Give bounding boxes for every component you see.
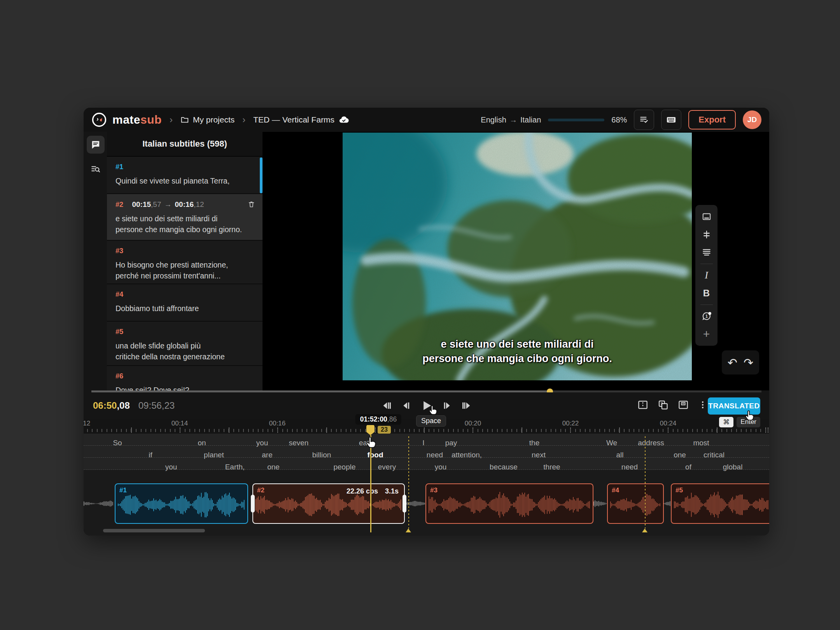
- word-row-1: So on you seven eats I pay the We addres…: [84, 434, 769, 446]
- subtitle-block-2-selected[interactable]: #2 22.26 cps3.1s: [252, 483, 405, 524]
- subtitle-text[interactable]: Ho bisogno che presti attenzione,perché …: [116, 260, 255, 281]
- current-time: 06:50,08: [93, 400, 130, 411]
- frame-forward-icon: [442, 400, 453, 411]
- video-player[interactable]: e siete uno dei sette miliardi di person…: [343, 133, 692, 380]
- untimed-audio-wave: [84, 499, 114, 508]
- playhead-line[interactable]: [370, 435, 371, 532]
- left-rail: [84, 132, 107, 390]
- step-forward-button[interactable]: [442, 400, 453, 411]
- block-number: #2: [257, 486, 264, 494]
- subtitle-item-2-selected[interactable]: #2 00:15,57→00:16,12 e siete uno dei set…: [107, 194, 262, 240]
- merge-icon: [677, 399, 689, 411]
- step-back-button[interactable]: [401, 400, 411, 411]
- subtitle-block-4[interactable]: #4: [607, 483, 664, 524]
- review-list-button[interactable]: [634, 110, 654, 130]
- subtitle-text[interactable]: una delle sfide globali piùcritiche dell…: [116, 341, 255, 362]
- untimed-audio-wave: [593, 499, 607, 508]
- speaker-tag-button[interactable]: 1: [699, 308, 714, 324]
- add-style-button[interactable]: +: [699, 326, 714, 342]
- word: global: [723, 463, 743, 471]
- untimed-audio-wave: [664, 499, 671, 508]
- keyboard-icon: [666, 114, 677, 125]
- subtitle-item-6[interactable]: #6 Dove sei!? Dove sei!?: [107, 366, 262, 390]
- vertical-align-button[interactable]: [699, 227, 714, 242]
- split-icon: [637, 399, 649, 411]
- subtitle-text[interactable]: Dobbiamo tutti affrontare: [116, 303, 255, 314]
- subtitle-boundary-marker[interactable]: [408, 436, 409, 528]
- align-vertical-icon: [702, 229, 712, 240]
- block-number: #4: [612, 486, 619, 494]
- playhead-frame-badge: 23: [378, 426, 391, 434]
- subtitle-item-3[interactable]: #3 Ho bisogno che presti attenzione,perc…: [107, 241, 262, 284]
- breadcrumb-chevron: ›: [170, 114, 173, 125]
- duplicate-icon: [657, 399, 669, 411]
- waveform: [429, 490, 590, 520]
- search-subtitles-tab[interactable]: [87, 160, 105, 178]
- subtitle-item-4[interactable]: #4 Dobbiamo tutti affrontare: [107, 284, 262, 321]
- merge-subtitle-button[interactable]: [677, 399, 689, 412]
- breadcrumb-project-title[interactable]: TED — Vertical Farms: [253, 114, 349, 125]
- subtitle-style-toolbar: I B 1 +: [695, 205, 718, 346]
- subtitle-item-1[interactable]: #1 Quindi se vivete sul pianeta Terra,: [107, 157, 262, 193]
- boundary-triangle: [642, 528, 648, 532]
- ruler-label: 00:14: [172, 420, 188, 427]
- export-button[interactable]: Export: [688, 110, 736, 130]
- duplicate-subtitle-button[interactable]: [657, 399, 669, 412]
- subtitle-text[interactable]: Quindi se vivete sul pianeta Terra,: [116, 176, 255, 187]
- subtitle-text[interactable]: e siete uno dei sette miliardi dipersone…: [116, 214, 255, 235]
- more-options-button[interactable]: [698, 400, 708, 411]
- subtitle-timing[interactable]: 00:15,57→00:16,12: [132, 200, 204, 208]
- undo-button[interactable]: ↶: [728, 356, 737, 369]
- timeline-scrollbar[interactable]: [103, 529, 205, 532]
- play-button[interactable]: [420, 399, 433, 412]
- breadcrumb-my-projects[interactable]: My projects: [180, 115, 234, 124]
- previous-subtitle-button[interactable]: [381, 400, 392, 411]
- cloud-saved-icon: [338, 114, 349, 125]
- desktop: matesub › My projects › TED — Vertical F…: [0, 0, 840, 630]
- subtitle-boundary-marker[interactable]: [645, 436, 646, 528]
- play-icon: [420, 399, 433, 412]
- subtitle-number: #1: [116, 163, 123, 171]
- delete-subtitle-button[interactable]: [247, 200, 256, 210]
- subtitles-panel-tab[interactable]: [87, 136, 105, 154]
- block-number: #3: [430, 486, 438, 494]
- panel-scrollbar-thumb[interactable]: [260, 158, 262, 193]
- ruler-label: 00:16: [269, 420, 286, 427]
- cmd-key-badge: ⌘: [719, 417, 733, 427]
- app-window: matesub › My projects › TED — Vertical F…: [84, 108, 769, 536]
- word: because: [490, 463, 518, 471]
- subtitle-tools: [637, 392, 708, 419]
- waveform: [610, 490, 661, 520]
- brand-wordmark: matesub: [112, 113, 162, 126]
- block-right-handle[interactable]: [402, 495, 406, 513]
- subtitle-item-5[interactable]: #5 una delle sfide globali piùcritiche d…: [107, 322, 262, 365]
- word: Earth,: [225, 463, 245, 471]
- word: need: [621, 463, 638, 471]
- translated-status-button[interactable]: TRANSLATED: [708, 397, 760, 415]
- skip-forward-icon: [461, 400, 472, 411]
- timeline[interactable]: 00:12 00:14 00:16 00:20 00:22 00:24 So o…: [84, 419, 769, 536]
- text-align-button[interactable]: [699, 245, 714, 260]
- subtitle-block-3[interactable]: #3: [425, 483, 593, 524]
- translated-shortcut-hint: ⌘ Enter: [706, 417, 760, 427]
- redo-button[interactable]: ↷: [744, 356, 753, 369]
- subtitle-block-5[interactable]: #5: [671, 483, 769, 524]
- undo-redo-group: ↶ ↷: [722, 350, 759, 374]
- playback-control-bar: 06:50,08 09:56,23: [84, 392, 769, 419]
- split-subtitle-button[interactable]: [637, 399, 649, 412]
- italic-button[interactable]: I: [699, 268, 714, 283]
- skip-back-icon: [381, 400, 392, 411]
- next-subtitle-button[interactable]: [461, 400, 472, 411]
- subtitle-number: #6: [116, 372, 123, 380]
- bold-button[interactable]: B: [699, 285, 714, 301]
- subtitle-list-panel: Italian subtitles (598) #1 Quindi se viv…: [107, 132, 262, 390]
- subtitle-text[interactable]: Dove sei!? Dove sei!?: [116, 385, 255, 390]
- subtitle-number: #4: [116, 290, 123, 298]
- user-avatar[interactable]: JD: [743, 110, 761, 129]
- shortcuts-button[interactable]: [661, 110, 681, 130]
- ruler-label: 00:24: [660, 420, 677, 427]
- word: of: [685, 463, 691, 471]
- block-left-handle[interactable]: [251, 495, 255, 513]
- subtitle-position-button[interactable]: [699, 209, 714, 224]
- subtitle-block-1[interactable]: #1: [115, 483, 248, 524]
